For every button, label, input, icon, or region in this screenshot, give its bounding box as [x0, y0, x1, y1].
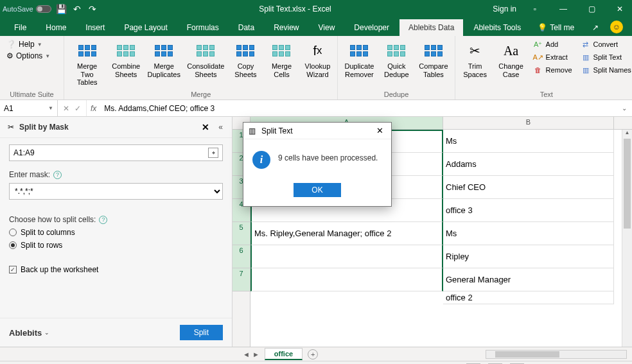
range-picker-icon[interactable]: ⌖	[208, 148, 218, 158]
status-bar: Ready ▢ Count: 9 ▦ ▤ ▭ — + 100%	[0, 361, 632, 364]
horizontal-scrollbar[interactable]	[486, 350, 627, 359]
sheet-nav-next[interactable]: ►	[252, 351, 259, 358]
duplicate-remover-button[interactable]: DuplicateRemover	[342, 39, 376, 80]
maximize-button[interactable]: ▢	[582, 4, 601, 13]
merge-two-tables-button[interactable]: MergeTwo Tables	[68, 39, 106, 89]
tab-view[interactable]: View	[310, 19, 344, 36]
tab-developer[interactable]: Developer	[345, 19, 398, 36]
checkbox-backup[interactable]: ✓Back up the worksheet	[9, 265, 223, 274]
tab-ablebits-data[interactable]: Ablebits Data	[399, 19, 463, 36]
copy-sheets-button[interactable]: CopySheets	[229, 39, 261, 80]
scroll-thumb[interactable]	[624, 139, 631, 229]
consolidate-sheets-button[interactable]: ConsolidateSheets	[186, 39, 225, 80]
range-input[interactable]	[13, 148, 208, 157]
row-header[interactable]: 5	[233, 222, 250, 245]
mask-select[interactable]: *.*,*;*	[9, 183, 223, 200]
tab-data[interactable]: Data	[229, 19, 263, 36]
tab-page-layout[interactable]: Page Layout	[115, 19, 176, 36]
quick-dedupe-button[interactable]: QuickDedupe	[380, 39, 412, 80]
change-case-button[interactable]: AaChangeCase	[495, 39, 527, 80]
switch-icon	[36, 5, 51, 13]
vlookup-wizard-button[interactable]: fxVlookupWizard	[301, 39, 333, 80]
cell[interactable]: Ms	[443, 222, 614, 245]
radio-icon	[9, 229, 17, 236]
combine-sheets-button[interactable]: CombineSheets	[110, 39, 142, 80]
merge-duplicates-button[interactable]: MergeDuplicates	[146, 39, 182, 80]
tab-formulas[interactable]: Formulas	[178, 19, 228, 36]
cell[interactable]: General Manager	[443, 268, 614, 291]
cell[interactable]: Chief CEO	[443, 176, 614, 199]
dialog-close-button[interactable]: ✕	[374, 126, 386, 135]
formula-input[interactable]: Ms. Addams,Chief CEO; office 3	[100, 104, 617, 113]
remove-button[interactable]: 🗑Remove	[531, 64, 575, 76]
ribbon-options-icon[interactable]: ▫	[525, 4, 545, 13]
cell[interactable]: Ripley	[443, 245, 614, 268]
split-text-button[interactable]: ▥Split Text	[579, 51, 632, 63]
add-sheet-button[interactable]: +	[308, 349, 318, 360]
redo-icon[interactable]: ↷	[87, 4, 98, 14]
row-header[interactable]: 6	[233, 245, 250, 268]
range-field[interactable]: ⌖	[9, 144, 223, 161]
gear-icon: ⚙	[6, 51, 13, 60]
save-icon[interactable]: 💾	[57, 4, 67, 14]
compare-tables-button[interactable]: CompareTables	[416, 39, 450, 80]
tab-file[interactable]: File	[5, 19, 35, 36]
vertical-scrollbar[interactable]: ▲	[622, 130, 632, 347]
pane-collapse-button[interactable]: «	[216, 123, 225, 132]
tab-ablebits-tools[interactable]: Ablebits Tools	[464, 19, 530, 36]
help-dropdown[interactable]: ❔Help▼	[4, 39, 60, 50]
cell[interactable]	[250, 245, 443, 268]
help-icon[interactable]: ?	[99, 216, 107, 224]
scroll-thumb[interactable]	[495, 351, 559, 358]
share-button[interactable]: ↗	[586, 19, 605, 36]
group-text: ✂TrimSpaces AaChangeCase A⁺Add A↗Extract…	[455, 36, 632, 100]
minimize-button[interactable]: —	[554, 4, 573, 13]
sheet-nav-prev[interactable]: ◄	[243, 351, 250, 358]
signin-link[interactable]: Sign in	[493, 4, 516, 13]
cancel-formula-icon[interactable]: ✕	[63, 104, 69, 113]
tab-insert[interactable]: Insert	[76, 19, 114, 36]
scroll-up-icon[interactable]: ▲	[622, 130, 632, 139]
scissors-icon: ✂	[465, 40, 486, 61]
col-header-b[interactable]: B	[443, 117, 614, 129]
bulb-icon: 💡	[538, 23, 547, 32]
sheet-tab-office[interactable]: office	[265, 348, 303, 360]
convert-button[interactable]: ⇄Convert	[579, 39, 632, 50]
extract-icon: A↗	[534, 53, 543, 62]
cell[interactable]: Ms. Ripley,General Manager; office 2	[250, 222, 443, 245]
options-dropdown[interactable]: ⚙Options▼	[4, 50, 60, 62]
help-icon[interactable]: ?	[53, 171, 62, 179]
dialog-title: Split Text	[261, 126, 370, 135]
row-header[interactable]: 7	[233, 268, 250, 291]
trim-spaces-button[interactable]: ✂TrimSpaces	[459, 39, 491, 80]
fx-icon[interactable]: fx	[87, 104, 100, 113]
info-icon: i	[252, 151, 270, 169]
ok-button[interactable]: OK	[294, 183, 340, 197]
add-icon: A⁺	[534, 40, 543, 49]
split-names-icon: ▥	[581, 65, 590, 74]
name-box[interactable]: A1▼	[0, 100, 58, 116]
split-names-button[interactable]: ▥Split Names	[579, 64, 632, 76]
brand-dropdown[interactable]: Ablebits⌄	[9, 328, 49, 338]
merge-cells-button[interactable]: MergeCells	[265, 39, 297, 80]
radio-split-rows[interactable]: Split to rows	[9, 241, 223, 250]
extract-button[interactable]: A↗Extract	[531, 51, 575, 63]
tab-home[interactable]: Home	[37, 19, 75, 36]
cell[interactable]: Ms	[443, 130, 614, 153]
split-button[interactable]: Split	[180, 325, 223, 340]
tellme-search[interactable]: 💡 Tell me	[531, 19, 581, 36]
cell[interactable]: office 2	[443, 291, 614, 304]
cell[interactable]: Addams	[443, 153, 614, 176]
close-button[interactable]: ✕	[610, 4, 629, 13]
undo-icon[interactable]: ↶	[72, 4, 82, 14]
add-button[interactable]: A⁺Add	[531, 39, 575, 50]
autosave-toggle[interactable]: AutoSave	[3, 5, 51, 13]
pane-close-button[interactable]: ✕	[199, 122, 212, 132]
cell[interactable]	[250, 268, 443, 291]
feedback-icon[interactable]: ☺	[610, 21, 623, 33]
enter-formula-icon[interactable]: ✓	[75, 104, 81, 113]
radio-split-columns[interactable]: Split to columns	[9, 228, 223, 237]
expand-formula-icon[interactable]: ⌄	[617, 105, 632, 112]
tab-review[interactable]: Review	[265, 19, 308, 36]
cell[interactable]: office 3	[443, 199, 614, 222]
